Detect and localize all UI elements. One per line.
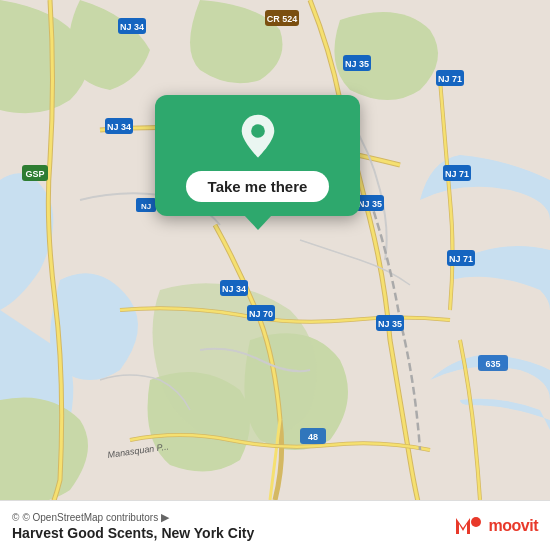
svg-text:NJ 34: NJ 34 bbox=[107, 122, 131, 132]
svg-text:NJ 35: NJ 35 bbox=[345, 59, 369, 69]
svg-text:NJ 71: NJ 71 bbox=[445, 169, 469, 179]
moovit-text: moovit bbox=[489, 517, 538, 535]
svg-text:48: 48 bbox=[308, 432, 318, 442]
svg-point-33 bbox=[471, 517, 481, 527]
svg-text:635: 635 bbox=[485, 359, 500, 369]
svg-text:NJ: NJ bbox=[141, 202, 151, 211]
svg-text:NJ 34: NJ 34 bbox=[120, 22, 144, 32]
map-background: GSP NJ 34 NJ 34 CR 524 NJ 35 NJ 35 NJ 35… bbox=[0, 0, 550, 500]
svg-text:CR 524: CR 524 bbox=[267, 14, 298, 24]
svg-text:NJ 71: NJ 71 bbox=[449, 254, 473, 264]
bottom-bar: © © OpenStreetMap contributors ▶ Harvest… bbox=[0, 500, 550, 550]
bottom-left-info: © © OpenStreetMap contributors ▶ Harvest… bbox=[12, 511, 254, 541]
map-popup-card: Take me there bbox=[155, 95, 360, 216]
moovit-logo: moovit bbox=[454, 512, 538, 540]
osm-attribution: © © OpenStreetMap contributors ▶ bbox=[12, 511, 254, 524]
svg-text:NJ 34: NJ 34 bbox=[222, 284, 246, 294]
location-pin-icon bbox=[234, 113, 282, 161]
map-container: GSP NJ 34 NJ 34 CR 524 NJ 35 NJ 35 NJ 35… bbox=[0, 0, 550, 500]
moovit-icon bbox=[454, 512, 486, 540]
svg-text:NJ 70: NJ 70 bbox=[249, 309, 273, 319]
osm-attribution-text: © OpenStreetMap contributors bbox=[22, 512, 158, 523]
svg-text:NJ 71: NJ 71 bbox=[438, 74, 462, 84]
take-me-there-button[interactable]: Take me there bbox=[186, 171, 330, 202]
svg-text:NJ 35: NJ 35 bbox=[358, 199, 382, 209]
arrow-icon: ▶ bbox=[161, 511, 169, 524]
svg-text:NJ 35: NJ 35 bbox=[378, 319, 402, 329]
svg-point-32 bbox=[251, 124, 265, 138]
location-name: Harvest Good Scents, New York City bbox=[12, 525, 254, 541]
copyright-symbol: © bbox=[12, 512, 19, 523]
svg-text:GSP: GSP bbox=[25, 169, 44, 179]
